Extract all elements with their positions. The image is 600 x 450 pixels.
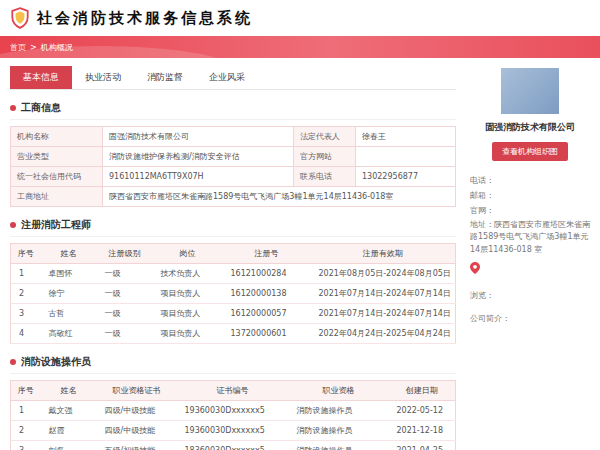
cell: 四级/中级技能: [97, 421, 177, 441]
col-header: 序号: [11, 381, 41, 401]
breadcrumb-separator: >: [30, 43, 37, 52]
section-operators: 消防设施操作员: [10, 355, 456, 374]
cell: 一级: [97, 284, 153, 304]
cell: 19360030Dxxxxxx5: [177, 401, 289, 421]
field-label: 营业类型: [11, 147, 103, 167]
field-value: 陕西省西安市雁塔区朱雀南路1589号电气飞鸿广场3幢1单元14层11436-01…: [103, 187, 456, 207]
website-field: 官网：: [470, 203, 590, 218]
section-title: 注册消防工程师: [21, 218, 91, 232]
cell: 2021年08月05日-2024年08月05日: [311, 264, 456, 284]
app-header: 社会消防技术服务信息系统: [0, 0, 600, 36]
tab-company-showcase[interactable]: 企业风采: [196, 66, 258, 89]
cell: 一级: [97, 324, 153, 344]
company-photo: [501, 68, 559, 114]
cell: 项目负责人: [153, 324, 223, 344]
section-engineers: 注册消防工程师: [10, 218, 456, 237]
col-header: 注册级别: [97, 244, 153, 264]
cell: 刘磊: [41, 441, 97, 450]
cell: 徐宁: [41, 284, 97, 304]
phone-field: 电话：: [470, 173, 590, 188]
cell: 项目负责人: [153, 304, 223, 324]
company-name: 固强消防技术有限公司: [470, 121, 590, 134]
address-field: 地址：陕西省西安市雁塔区朱雀南路1589号电气飞鸿广场3幢1单元14层11436…: [470, 219, 590, 257]
tab-practice-activity[interactable]: 执业活动: [72, 66, 134, 89]
table-row: 2 赵霞 四级/中级技能 19360030Dxxxxxx5 消防设施操作员 20…: [11, 421, 456, 441]
cell: 高敬红: [41, 324, 97, 344]
cell: 消防设施操作员: [289, 441, 389, 450]
table-row: 1 戴文强 四级/中级技能 19360030Dxxxxxx5 消防设施操作员 2…: [11, 401, 456, 421]
col-header: 证书编号: [177, 381, 289, 401]
field-value: 91610112MA6TT9X07H: [103, 167, 294, 187]
cell: 一级: [97, 264, 153, 284]
cell: 卓国怀: [41, 264, 97, 284]
tab-fire-supervision[interactable]: 消防监督: [134, 66, 196, 89]
breadcrumb-home-link[interactable]: 首页: [10, 42, 26, 53]
map-pin-icon[interactable]: [470, 259, 590, 278]
cell: 13720000601: [223, 324, 311, 344]
field-label: 官方网站: [294, 147, 356, 167]
spacer: [470, 303, 590, 311]
table-row: 工商地址 陕西省西安市雁塔区朱雀南路1589号电气飞鸿广场3幢1单元14层114…: [11, 187, 456, 207]
breadcrumb-current: 机构概况: [41, 42, 73, 53]
cell: 2022年04月24日-2025年04月24日: [311, 324, 456, 344]
tab-basic-info[interactable]: 基本信息: [10, 66, 72, 89]
table-header-row: 序号 姓名 注册级别 岗位 注册号 注册有效期: [11, 244, 456, 264]
table-row: 2 徐宁 一级 项目负责人 16120000138 2021年07月14日-20…: [11, 284, 456, 304]
cell: 1: [11, 264, 41, 284]
views-field: 浏览：: [470, 288, 590, 303]
field-label: 联系电话: [294, 167, 356, 187]
email-field: 邮箱：: [470, 188, 590, 203]
field-label: 法定代表人: [294, 127, 356, 147]
field-label: 机构名称: [11, 127, 103, 147]
cell: 2021年07月14日-2024年07月14日: [311, 304, 456, 324]
address-label: 地址：: [470, 220, 494, 229]
cell: 4: [11, 324, 41, 344]
cell: 消防设施操作员: [289, 421, 389, 441]
table-row: 3 古哲 一级 项目负责人 16120000057 2021年07月14日-20…: [11, 304, 456, 324]
view-org-chart-button[interactable]: 查看机构组织图: [492, 142, 568, 161]
table-row: 1 卓国怀 一级 技术负责人 16121000284 2021年08月05日-2…: [11, 264, 456, 284]
cell: 赵霞: [41, 421, 97, 441]
field-label: 统一社会信用代码: [11, 167, 103, 187]
field-label: 工商地址: [11, 187, 103, 207]
field-value: [356, 147, 456, 167]
section-title: 消防设施操作员: [21, 355, 91, 369]
cell: 3: [11, 441, 41, 450]
col-header: 注册有效期: [311, 244, 456, 264]
cell: 消防设施操作员: [289, 401, 389, 421]
table-header-row: 序号 姓名 职业资格证书 证书编号 职业资格 创建日期: [11, 381, 456, 401]
company-intro-field: 公司简介：: [470, 311, 590, 326]
cell: 2: [11, 284, 41, 304]
engineers-table: 序号 姓名 注册级别 岗位 注册号 注册有效期 1 卓国怀 一级 技术负责人 1…: [10, 243, 456, 344]
section-bullet-icon: [10, 359, 16, 365]
section-bullet-icon: [10, 222, 16, 228]
table-row: 4 高敬红 一级 项目负责人 13720000601 2022年04月24日-2…: [11, 324, 456, 344]
col-header: 姓名: [41, 244, 97, 264]
business-info-table: 机构名称 固强消防技术有限公司 法定代表人 徐春王 营业类型 消防设施维护保养检…: [10, 126, 456, 207]
cell: 一级: [97, 304, 153, 324]
table-row: 机构名称 固强消防技术有限公司 法定代表人 徐春王: [11, 127, 456, 147]
cell: 2: [11, 421, 41, 441]
col-header: 职业资格: [289, 381, 389, 401]
operators-table: 序号 姓名 职业资格证书 证书编号 职业资格 创建日期 1 戴文强 四级/中级技…: [10, 380, 456, 450]
cell: 3: [11, 304, 41, 324]
cell: 项目负责人: [153, 284, 223, 304]
field-value: 固强消防技术有限公司: [103, 127, 294, 147]
phone-label: 电话：: [470, 176, 494, 185]
cell: 2021年07月14日-2024年07月14日: [311, 284, 456, 304]
company-intro-label: 公司简介：: [470, 314, 510, 323]
col-header: 岗位: [153, 244, 223, 264]
fire-shield-logo-icon: [10, 7, 30, 29]
table-row: 营业类型 消防设施维护保养检测/消防安全评估 官方网站: [11, 147, 456, 167]
cell: 古哲: [41, 304, 97, 324]
tab-bar: 基本信息 执业活动 消防监督 企业风采: [10, 66, 456, 90]
section-title: 工商信息: [21, 101, 61, 115]
cell: 2021-04-25: [389, 441, 456, 450]
main-panel: 基本信息 执业活动 消防监督 企业风采 工商信息 机构名称 固强消防技术有限公司…: [10, 66, 456, 450]
email-label: 邮箱：: [470, 191, 494, 200]
table-row: 3 刘磊 五级/初级技能 18360030Dxxxxxx5 消防设施操作员 20…: [11, 441, 456, 450]
cell: 18360030Dxxxxxx5: [177, 441, 289, 450]
company-sidebar: 固强消防技术有限公司 查看机构组织图 电话： 邮箱： 官网： 地址：陕西省西安市…: [470, 66, 590, 450]
cell: 2022-05-12: [389, 401, 456, 421]
cell: 2021-12-18: [389, 421, 456, 441]
